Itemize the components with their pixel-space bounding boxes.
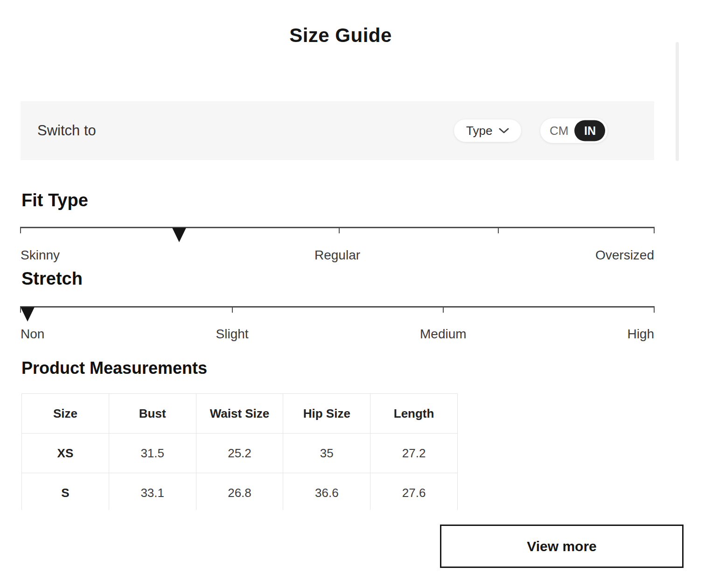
- product-measurements-heading: Product Measurements: [21, 359, 207, 377]
- fit-type-track: [21, 227, 654, 228]
- column-header-size: Size: [22, 394, 109, 434]
- cell-length: 27.2: [370, 434, 458, 473]
- cell-hip: 35: [283, 434, 370, 473]
- cell-hip: 36.6: [283, 473, 370, 511]
- fit-type-label-regular: Regular: [314, 248, 360, 263]
- slider-tick: [232, 306, 233, 313]
- slider-tick: [654, 227, 655, 233]
- table-row: XS 31.5 25.2 35 27.2: [22, 434, 458, 473]
- fit-type-heading: Fit Type: [21, 191, 88, 210]
- measurements-table: Size Bust Waist Size Hip Size Length XS …: [21, 393, 458, 510]
- type-dropdown-label: Type: [466, 124, 492, 138]
- column-header-waist: Waist Size: [196, 394, 283, 434]
- unit-cm-option[interactable]: CM: [550, 124, 568, 138]
- chevron-down-icon: [499, 127, 509, 134]
- slider-tick: [20, 306, 21, 313]
- fit-type-slider: Skinny Regular Oversized: [21, 227, 654, 267]
- unit-toggle[interactable]: CM IN: [540, 119, 607, 143]
- stretch-track: [21, 306, 654, 308]
- cell-waist: 25.2: [196, 434, 283, 473]
- stretch-label-slight: Slight: [216, 327, 249, 342]
- column-header-hip: Hip Size: [283, 394, 370, 434]
- stretch-marker: [21, 307, 35, 322]
- cell-size: XS: [22, 434, 109, 473]
- fit-type-marker: [172, 228, 186, 242]
- switch-bar: Switch to Type CM IN: [21, 101, 654, 160]
- cell-size: S: [22, 473, 109, 511]
- slider-tick: [654, 306, 655, 313]
- stretch-label-non: Non: [21, 327, 44, 342]
- stretch-slider: Non Slight Medium High: [21, 306, 654, 346]
- type-dropdown[interactable]: Type: [454, 119, 521, 142]
- page-title: Size Guide: [0, 24, 681, 47]
- stretch-label-medium: Medium: [420, 327, 467, 342]
- cell-bust: 33.1: [109, 473, 196, 511]
- cell-waist: 26.8: [196, 473, 283, 511]
- size-guide-modal: Size Guide Switch to Type CM IN Fit Type…: [0, 0, 726, 588]
- view-more-label: View more: [527, 539, 597, 554]
- stretch-label-high: High: [627, 327, 654, 342]
- slider-tick: [339, 227, 340, 233]
- column-header-bust: Bust: [109, 394, 196, 434]
- slider-tick: [498, 227, 499, 233]
- switch-to-label: Switch to: [37, 122, 96, 139]
- measurements-table-wrap: Size Bust Waist Size Hip Size Length XS …: [21, 393, 458, 510]
- slider-tick: [443, 306, 444, 313]
- table-header-row: Size Bust Waist Size Hip Size Length: [22, 394, 458, 434]
- view-more-button[interactable]: View more: [440, 525, 684, 568]
- unit-in-option[interactable]: IN: [574, 120, 605, 141]
- stretch-heading: Stretch: [21, 270, 83, 288]
- table-row: S 33.1 26.8 36.6 27.6: [22, 473, 458, 511]
- cell-bust: 31.5: [109, 434, 196, 473]
- fit-type-label-oversized: Oversized: [595, 248, 654, 263]
- slider-tick: [20, 227, 21, 233]
- scrollbar-thumb[interactable]: [676, 42, 679, 161]
- column-header-length: Length: [370, 394, 458, 434]
- cell-length: 27.6: [370, 473, 458, 511]
- fit-type-label-skinny: Skinny: [21, 248, 60, 263]
